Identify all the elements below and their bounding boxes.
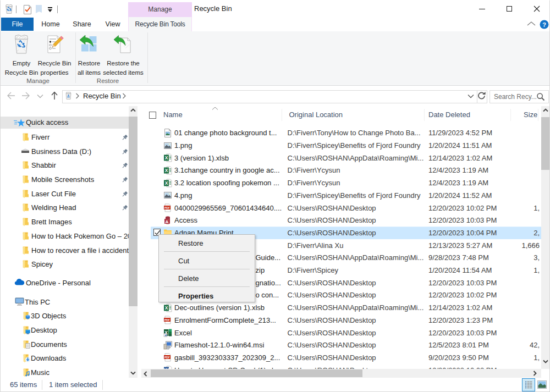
svg-text:PDF: PDF <box>164 206 170 209</box>
svg-text:?: ? <box>542 21 546 28</box>
svg-text:X: X <box>165 155 168 161</box>
svg-text:X: X <box>165 305 168 311</box>
svg-text:A: A <box>166 219 169 224</box>
svg-text:X: X <box>165 168 168 173</box>
svg-text:PDF: PDF <box>164 356 170 359</box>
svg-text:X: X <box>165 180 168 186</box>
svg-text:PDF: PDF <box>164 318 170 322</box>
